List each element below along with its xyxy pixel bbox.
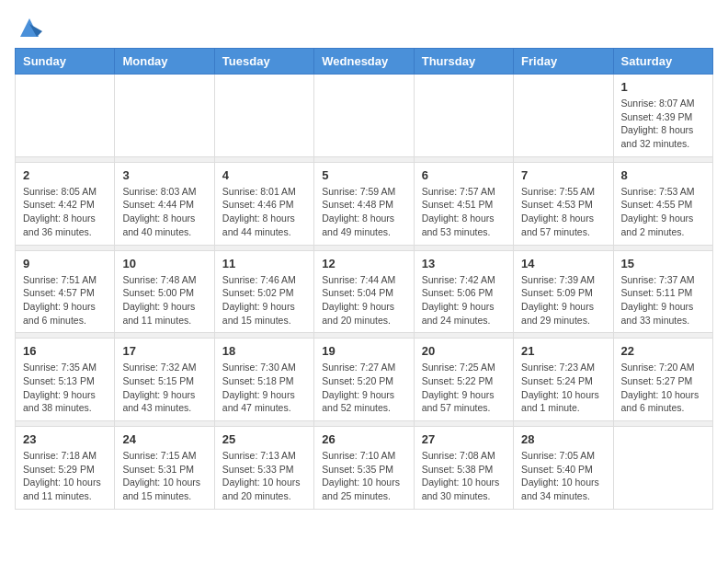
calendar-cell	[214, 75, 313, 157]
calendar-cell: 18Sunrise: 7:30 AM Sunset: 5:18 PM Dayli…	[214, 339, 313, 421]
day-header-monday: Monday	[115, 49, 214, 75]
day-info: Sunrise: 7:08 AM Sunset: 5:38 PM Dayligh…	[422, 449, 506, 503]
day-number: 20	[422, 344, 506, 358]
day-info: Sunrise: 7:30 AM Sunset: 5:18 PM Dayligh…	[222, 361, 306, 415]
day-header-saturday: Saturday	[613, 49, 712, 75]
calendar-cell: 20Sunrise: 7:25 AM Sunset: 5:22 PM Dayli…	[414, 339, 513, 421]
calendar-header-row: SundayMondayTuesdayWednesdayThursdayFrid…	[16, 49, 713, 75]
calendar-cell: 28Sunrise: 7:05 AM Sunset: 5:40 PM Dayli…	[514, 427, 613, 510]
calendar-cell: 21Sunrise: 7:23 AM Sunset: 5:24 PM Dayli…	[514, 339, 613, 421]
calendar-week-3: 9Sunrise: 7:51 AM Sunset: 4:57 PM Daylig…	[16, 250, 713, 333]
calendar-table: SundayMondayTuesdayWednesdayThursdayFrid…	[15, 48, 713, 510]
calendar-cell	[514, 75, 613, 157]
day-header-sunday: Sunday	[16, 49, 115, 75]
day-number: 16	[23, 344, 107, 358]
day-number: 11	[222, 257, 306, 270]
day-info: Sunrise: 7:32 AM Sunset: 5:15 PM Dayligh…	[122, 361, 206, 415]
logo-icon	[17, 15, 42, 40]
day-info: Sunrise: 7:20 AM Sunset: 5:27 PM Dayligh…	[621, 361, 705, 415]
calendar-cell: 26Sunrise: 7:10 AM Sunset: 5:35 PM Dayli…	[314, 427, 414, 510]
day-info: Sunrise: 7:23 AM Sunset: 5:24 PM Dayligh…	[521, 361, 605, 415]
day-info: Sunrise: 8:07 AM Sunset: 4:39 PM Dayligh…	[621, 97, 705, 151]
day-number: 7	[521, 168, 605, 182]
day-number: 21	[521, 344, 605, 358]
calendar-cell: 9Sunrise: 7:51 AM Sunset: 4:57 PM Daylig…	[16, 250, 115, 333]
day-number: 28	[521, 432, 605, 446]
calendar-cell: 11Sunrise: 7:46 AM Sunset: 5:02 PM Dayli…	[214, 250, 313, 333]
day-number: 25	[222, 432, 306, 446]
day-number: 1	[621, 80, 705, 94]
day-header-tuesday: Tuesday	[214, 49, 313, 75]
day-info: Sunrise: 8:01 AM Sunset: 4:46 PM Dayligh…	[222, 185, 306, 239]
day-number: 17	[122, 344, 206, 358]
day-info: Sunrise: 7:37 AM Sunset: 5:11 PM Dayligh…	[621, 273, 705, 327]
day-number: 6	[422, 168, 506, 182]
day-info: Sunrise: 7:51 AM Sunset: 4:57 PM Dayligh…	[23, 273, 107, 327]
day-header-thursday: Thursday	[414, 49, 513, 75]
day-number: 10	[122, 257, 206, 270]
day-number: 8	[621, 168, 705, 182]
day-info: Sunrise: 7:57 AM Sunset: 4:51 PM Dayligh…	[422, 185, 506, 239]
day-header-wednesday: Wednesday	[314, 49, 414, 75]
logo	[15, 15, 42, 37]
calendar-cell	[414, 75, 513, 157]
calendar-cell: 4Sunrise: 8:01 AM Sunset: 4:46 PM Daylig…	[214, 162, 313, 245]
day-number: 23	[23, 432, 107, 446]
calendar-cell: 1Sunrise: 8:07 AM Sunset: 4:39 PM Daylig…	[613, 75, 712, 157]
day-number: 18	[222, 344, 306, 358]
calendar-week-5: 23Sunrise: 7:18 AM Sunset: 5:29 PM Dayli…	[16, 427, 713, 510]
day-number: 12	[322, 257, 405, 270]
day-number: 22	[621, 344, 705, 358]
calendar-cell: 16Sunrise: 7:35 AM Sunset: 5:13 PM Dayli…	[16, 339, 115, 421]
day-info: Sunrise: 7:35 AM Sunset: 5:13 PM Dayligh…	[23, 361, 107, 415]
calendar-cell: 19Sunrise: 7:27 AM Sunset: 5:20 PM Dayli…	[314, 339, 414, 421]
day-info: Sunrise: 7:39 AM Sunset: 5:09 PM Dayligh…	[521, 273, 605, 327]
calendar-cell: 15Sunrise: 7:37 AM Sunset: 5:11 PM Dayli…	[613, 250, 712, 333]
calendar-cell: 6Sunrise: 7:57 AM Sunset: 4:51 PM Daylig…	[414, 162, 513, 245]
day-info: Sunrise: 7:13 AM Sunset: 5:33 PM Dayligh…	[222, 449, 306, 503]
calendar-week-4: 16Sunrise: 7:35 AM Sunset: 5:13 PM Dayli…	[16, 339, 713, 421]
day-info: Sunrise: 7:27 AM Sunset: 5:20 PM Dayligh…	[322, 361, 405, 415]
calendar-week-2: 2Sunrise: 8:05 AM Sunset: 4:42 PM Daylig…	[16, 162, 713, 245]
day-number: 2	[23, 168, 107, 182]
day-number: 13	[422, 257, 506, 270]
calendar-cell: 23Sunrise: 7:18 AM Sunset: 5:29 PM Dayli…	[16, 427, 115, 510]
calendar-cell: 25Sunrise: 7:13 AM Sunset: 5:33 PM Dayli…	[214, 427, 313, 510]
calendar-cell: 8Sunrise: 7:53 AM Sunset: 4:55 PM Daylig…	[613, 162, 712, 245]
day-info: Sunrise: 8:03 AM Sunset: 4:44 PM Dayligh…	[122, 185, 206, 239]
day-number: 14	[521, 257, 605, 270]
day-number: 5	[322, 168, 405, 182]
day-header-friday: Friday	[514, 49, 613, 75]
calendar-cell: 7Sunrise: 7:55 AM Sunset: 4:53 PM Daylig…	[514, 162, 613, 245]
day-number: 15	[621, 257, 705, 270]
calendar-cell	[16, 75, 115, 157]
day-info: Sunrise: 7:44 AM Sunset: 5:04 PM Dayligh…	[322, 273, 405, 327]
day-info: Sunrise: 7:05 AM Sunset: 5:40 PM Dayligh…	[521, 449, 605, 503]
day-info: Sunrise: 7:53 AM Sunset: 4:55 PM Dayligh…	[621, 185, 705, 239]
page-header	[15, 15, 713, 37]
day-info: Sunrise: 7:18 AM Sunset: 5:29 PM Dayligh…	[23, 449, 107, 503]
calendar-cell: 24Sunrise: 7:15 AM Sunset: 5:31 PM Dayli…	[115, 427, 214, 510]
calendar-cell: 2Sunrise: 8:05 AM Sunset: 4:42 PM Daylig…	[16, 162, 115, 245]
calendar-cell: 17Sunrise: 7:32 AM Sunset: 5:15 PM Dayli…	[115, 339, 214, 421]
calendar-cell: 3Sunrise: 8:03 AM Sunset: 4:44 PM Daylig…	[115, 162, 214, 245]
day-info: Sunrise: 7:15 AM Sunset: 5:31 PM Dayligh…	[122, 449, 206, 503]
calendar-cell	[314, 75, 414, 157]
day-number: 27	[422, 432, 506, 446]
day-info: Sunrise: 7:25 AM Sunset: 5:22 PM Dayligh…	[422, 361, 506, 415]
day-info: Sunrise: 7:55 AM Sunset: 4:53 PM Dayligh…	[521, 185, 605, 239]
day-info: Sunrise: 8:05 AM Sunset: 4:42 PM Dayligh…	[23, 185, 107, 239]
day-number: 24	[122, 432, 206, 446]
day-info: Sunrise: 7:10 AM Sunset: 5:35 PM Dayligh…	[322, 449, 405, 503]
day-number: 4	[222, 168, 306, 182]
calendar-cell: 14Sunrise: 7:39 AM Sunset: 5:09 PM Dayli…	[514, 250, 613, 333]
calendar-cell: 12Sunrise: 7:44 AM Sunset: 5:04 PM Dayli…	[314, 250, 414, 333]
day-number: 19	[322, 344, 405, 358]
calendar-cell	[115, 75, 214, 157]
calendar-cell	[613, 427, 712, 510]
day-info: Sunrise: 7:42 AM Sunset: 5:06 PM Dayligh…	[422, 273, 506, 327]
day-info: Sunrise: 7:46 AM Sunset: 5:02 PM Dayligh…	[222, 273, 306, 327]
calendar-cell: 27Sunrise: 7:08 AM Sunset: 5:38 PM Dayli…	[414, 427, 513, 510]
calendar-cell: 10Sunrise: 7:48 AM Sunset: 5:00 PM Dayli…	[115, 250, 214, 333]
day-number: 9	[23, 257, 107, 270]
